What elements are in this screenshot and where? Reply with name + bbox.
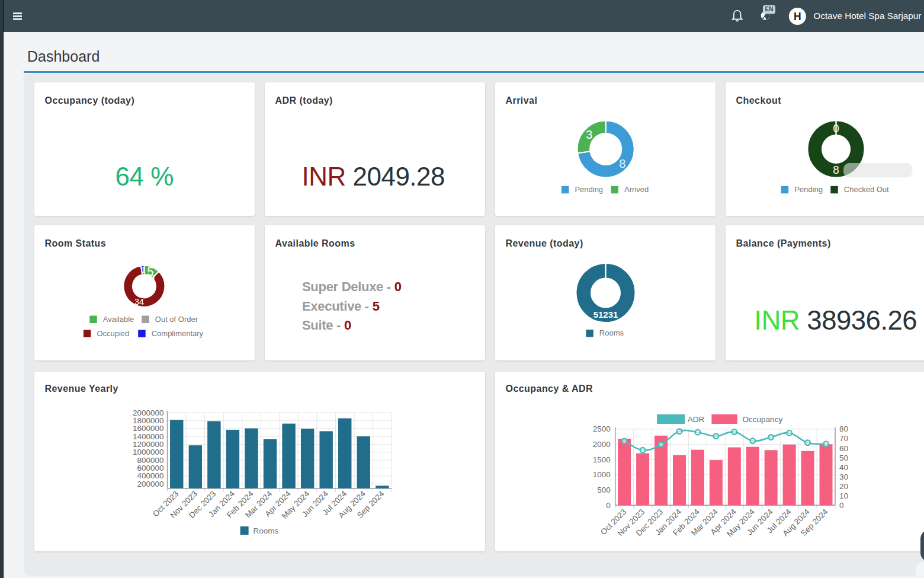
svg-text:2500: 2500: [593, 424, 611, 433]
svg-text:Complimentary: Complimentary: [152, 329, 204, 338]
svg-text:0: 0: [833, 122, 839, 135]
svg-text:Octave Hotel Spa Sarjapur Road: Octave Hotel Spa Sarjapur Road: [814, 11, 924, 21]
svg-text:800000: 800000: [137, 456, 163, 465]
svg-text:20: 20: [839, 482, 848, 491]
svg-text:Rooms: Rooms: [254, 526, 279, 535]
svg-text:8: 8: [833, 164, 839, 176]
svg-text:1000000: 1000000: [133, 448, 164, 456]
svg-text:Pending: Pending: [794, 185, 823, 194]
svg-text:80: 80: [839, 424, 848, 433]
svg-text:0: 0: [839, 501, 844, 510]
svg-text:EN: EN: [765, 6, 774, 12]
svg-text:8: 8: [619, 157, 625, 170]
svg-text:Pending: Pending: [575, 185, 603, 194]
svg-text:Out of Order: Out of Order: [155, 315, 198, 324]
svg-text:500: 500: [597, 486, 611, 494]
svg-text:H: H: [794, 11, 801, 23]
svg-text:0: 0: [606, 501, 611, 510]
svg-text:1500: 1500: [593, 455, 611, 464]
svg-text:51231: 51231: [593, 309, 618, 320]
svg-text:34: 34: [134, 297, 144, 306]
svg-text:1600000: 1600000: [133, 424, 164, 433]
svg-text:Available: Available: [103, 315, 134, 324]
svg-text:50: 50: [839, 454, 848, 462]
svg-text:Occupancy: Occupancy: [743, 415, 783, 424]
svg-text:40: 40: [839, 463, 848, 472]
svg-text:1200000: 1200000: [133, 440, 164, 449]
svg-text:70: 70: [839, 434, 848, 443]
svg-text:Arrived: Arrived: [624, 185, 649, 194]
svg-text:ADR: ADR: [688, 415, 705, 424]
svg-text:30: 30: [839, 472, 848, 481]
svg-text:1: 1: [141, 266, 145, 274]
svg-text:0: 0: [150, 273, 155, 283]
svg-text:60: 60: [839, 444, 848, 453]
svg-text:600000: 600000: [137, 464, 163, 472]
svg-text:400000: 400000: [137, 471, 163, 480]
svg-text:Rooms: Rooms: [599, 328, 624, 337]
svg-text:1400000: 1400000: [133, 432, 164, 441]
svg-text:1000: 1000: [593, 470, 611, 479]
svg-text:10: 10: [839, 491, 848, 500]
svg-text:Checked Out: Checked Out: [844, 185, 889, 194]
svg-text:2000: 2000: [593, 440, 611, 449]
svg-text:2000000: 2000000: [133, 408, 164, 417]
svg-text:3: 3: [586, 128, 592, 141]
svg-text:1800000: 1800000: [133, 416, 164, 425]
svg-text:200000: 200000: [137, 480, 163, 488]
svg-text:Occupied: Occupied: [97, 329, 129, 338]
